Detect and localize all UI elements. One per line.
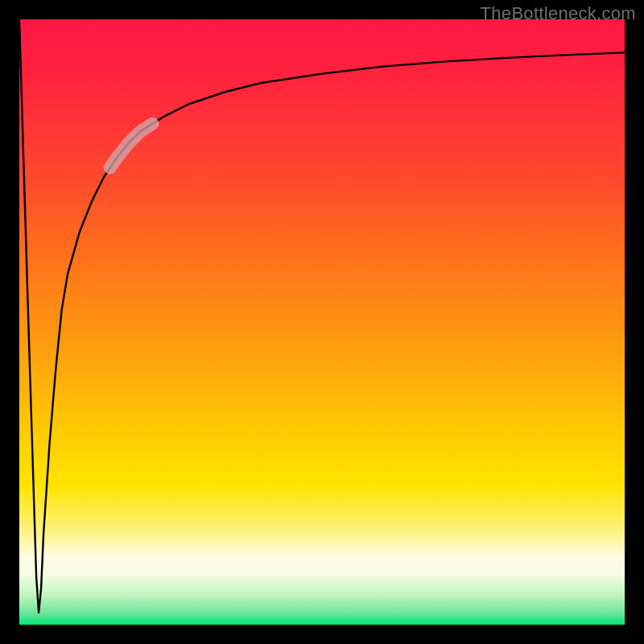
highlight-marker [110, 124, 153, 168]
bottleneck-curve-path [19, 19, 625, 613]
curve-layer [19, 19, 625, 625]
bottleneck-chart: TheBottleneck.com [0, 0, 644, 644]
plot-area [19, 19, 625, 625]
